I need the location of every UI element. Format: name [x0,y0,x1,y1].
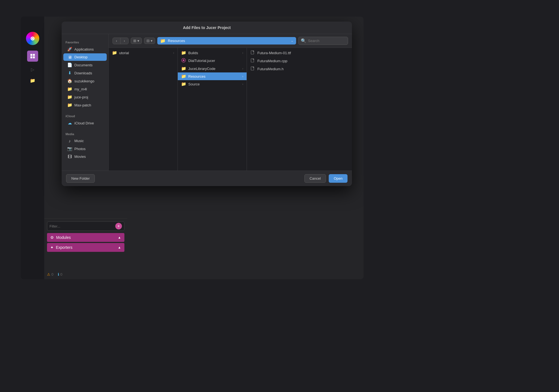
new-folder-button[interactable]: New Folder [66,174,95,183]
sidebar-item-juce-proj[interactable]: 📁 juce-proj [63,93,107,101]
location-text: Resources [168,39,289,43]
max-patch-icon: 📁 [67,103,72,108]
info-icon: ℹ [58,272,59,276]
juce-nav-files[interactable] [27,51,38,62]
futura-cpp-name: FuturaMedium.cpp [257,59,349,63]
movies-icon: 🎞 [67,154,72,159]
sidebar-item-photos[interactable]: 📷 Photos [63,145,107,153]
info-status: ℹ 0 [58,272,62,276]
forward-button[interactable]: › [121,38,128,44]
svg-rect-0 [30,54,32,56]
sidebar-item-desktop-label: Desktop [74,55,88,59]
modal-main-content: ‹ › ⊞ ▾ ⊟ ▾ 📁 Resources ⌄ [109,34,352,171]
futura-ttf-name: Futura-Medium-01.ttf [257,51,349,55]
add-filter-button[interactable]: + [115,223,122,229]
sidebar-item-icloud-label: iCloud Drive [74,121,94,125]
column-view-button[interactable]: ⊞ ▾ [131,38,142,44]
file-dialtutorial[interactable]: DialTutorial.jucer [178,57,247,65]
modules-section[interactable]: ⚙ Modules ▲ [47,233,124,242]
juce-nav-folder[interactable]: 📁 [27,75,38,86]
source-arrow: › [242,82,243,86]
exporters-section[interactable]: ✦ Exporters ▲ [47,243,124,252]
exporters-label: Exporters [56,245,72,250]
favorites-header: Favorites [62,38,108,45]
filter-input[interactable] [49,224,115,228]
open-button[interactable]: Open [329,174,348,183]
modal-title: Add Files to Jucer Project [62,22,352,34]
resources-name: Resources [188,74,240,79]
file-futura-h[interactable]: FuturaMedium.h [247,65,352,73]
filter-bar[interactable]: + [47,221,124,231]
sidebar-item-juce-proj-label: juce-proj [74,95,88,99]
sidebar-item-desktop[interactable]: 🖥 Desktop [63,53,107,61]
location-bar[interactable]: 📁 Resources ⌄ [157,37,296,45]
sidebar-item-downloads[interactable]: ⬇ Downloads [63,69,107,77]
location-folder-icon: 📁 [160,38,166,43]
file-futura-ttf[interactable]: Futura-Medium-01.ttf [247,49,352,57]
grid-view-button[interactable]: ⊟ ▾ [144,38,155,44]
folder-resources[interactable]: 📁 Resources › [178,72,247,80]
sidebar-item-suzukikengo[interactable]: 🏠 suzukikengo [63,77,107,85]
status-bar: ⚠ 0 ℹ 0 [47,272,62,276]
sidebar-item-my-m4l-label: my_m4l [74,87,87,91]
file-dialog: Add Files to Jucer Project Favorites 🚀 A… [62,22,352,186]
svg-rect-3 [33,56,35,58]
tutorial-folder-name: utorial [119,51,171,55]
desktop-icon: 🖥 [67,55,72,59]
sidebar-item-max-patch[interactable]: 📁 Max-patch [63,101,107,109]
grid-view-icon: ⊟ [147,39,150,43]
svg-rect-2 [30,56,32,58]
search-input[interactable] [308,39,344,43]
file-futura-cpp[interactable]: FuturaMedium.cpp [247,57,352,65]
svg-rect-1 [33,54,35,56]
modules-icon: ⚙ [50,235,54,240]
downloads-icon: ⬇ [67,70,72,75]
sidebar-item-downloads-label: Downloads [74,71,92,75]
sidebar-item-movies[interactable]: 🎞 Movies [63,153,107,160]
sidebar-item-my-m4l[interactable]: 📁 my_m4l [63,85,107,93]
folder-jucelibcode[interactable]: 📁 JuceLibraryCode › [178,65,247,72]
sidebar-item-applications-label: Applications [74,47,94,51]
icloud-drive-icon: ☁ [67,121,72,126]
location-chevron: ⌄ [291,39,293,43]
back-button[interactable]: ‹ [113,38,121,44]
my-m4l-icon: 📁 [67,87,72,92]
cancel-button[interactable]: Cancel [304,174,326,183]
file-column-3: Futura-Medium-01.ttf FuturaMedium.cpp [247,48,352,171]
folder-builds[interactable]: 📁 Builds › [178,49,247,57]
sidebar-item-movies-label: Movies [74,155,86,159]
file-column-2: 📁 Builds › DialTutorial.juce [178,48,247,171]
resources-icon: 📁 [181,74,186,79]
juce-nav-code[interactable]: ▷ [27,64,38,75]
sidebar-item-documents[interactable]: 📄 Documents [63,61,107,69]
grid-view-arrow: ▾ [151,39,153,43]
sidebar-item-icloud-drive[interactable]: ☁ iCloud Drive [63,119,107,127]
modules-label: Modules [56,235,71,240]
modal-sidebar: Favorites 🚀 Applications 🖥 Desktop 📄 Doc… [62,34,109,171]
folder-tutorial[interactable]: 📁 utorial › [109,49,177,57]
futura-h-name: FuturaMedium.h [257,67,349,71]
media-header: Media [62,130,108,137]
column-view-icon: ⊞ [133,39,136,43]
sidebar-item-applications[interactable]: 🚀 Applications [63,45,107,53]
search-bar[interactable]: 🔍 [298,37,348,45]
suzukikengo-icon: 🏠 [67,79,72,83]
futura-ttf-icon [250,50,255,56]
search-icon: 🔍 [301,38,306,43]
sidebar-item-music[interactable]: ♪ Music [63,137,107,145]
documents-icon: 📄 [67,62,72,67]
builds-name: Builds [188,51,240,55]
photos-icon: 📷 [67,146,72,151]
warning-status: ⚠ 0 [47,272,53,276]
jucelibcode-icon: 📁 [181,66,186,71]
folder-source[interactable]: 📁 Source › [178,80,247,88]
dialtutorial-name: DialTutorial.jucer [188,59,243,63]
dialtutorial-icon [181,58,186,63]
juce-logo[interactable]: ⊛ [26,32,39,45]
modal-footer: New Folder Cancel Open [62,171,352,186]
exporters-icon: ✦ [50,245,54,250]
source-name: Source [188,82,240,86]
builds-icon: 📁 [181,50,186,55]
juce-app-window: ⊛ ▷ 📁 + ⚙ Modules ▲ [21,17,364,279]
modal-body: Favorites 🚀 Applications 🖥 Desktop 📄 Doc… [62,34,352,171]
